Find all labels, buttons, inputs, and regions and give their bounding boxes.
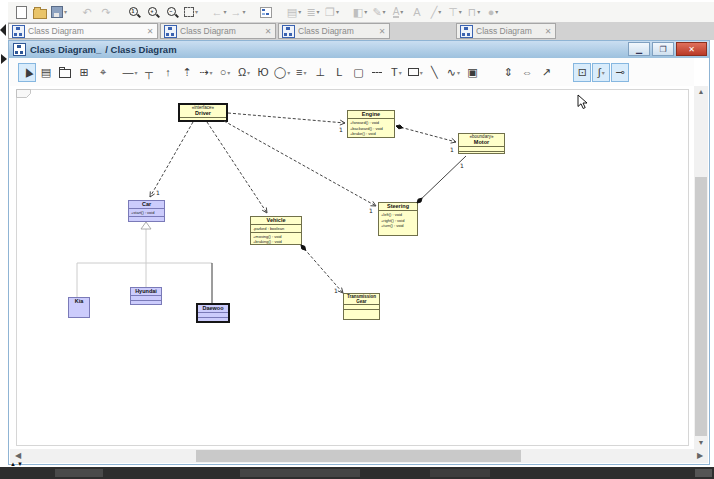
grid-toggle[interactable]: ⊡ xyxy=(573,63,591,82)
horizontal-scroll-thumb[interactable] xyxy=(196,450,521,462)
dropdown-arrow-icon[interactable]: ▾ xyxy=(227,69,230,76)
object-tool[interactable]: ○▾ xyxy=(216,63,234,82)
dropdown-arrow-icon[interactable]: ▾ xyxy=(223,9,226,15)
generalization-tool[interactable]: ↑ xyxy=(159,63,177,82)
tab-class-diagram-3[interactable]: Class Diagram✕ xyxy=(278,23,390,39)
restore-button[interactable]: ❐ xyxy=(652,42,674,56)
association-tool[interactable]: —▾ xyxy=(121,63,139,82)
collaboration-tool[interactable]: Ω▾ xyxy=(235,63,253,82)
scroll-up-icon[interactable]: ▲ xyxy=(694,86,708,98)
dropdown-arrow-icon[interactable]: ▾ xyxy=(64,9,67,15)
port-tool[interactable]: ⌖ xyxy=(94,63,112,82)
dependency-tool[interactable]: ⇢▾ xyxy=(197,63,215,82)
tab-class-diagram-1[interactable]: Class Diagram✕ xyxy=(8,23,158,39)
dropdown-arrow-icon[interactable]: ▾ xyxy=(336,9,339,15)
dropdown-arrow-icon[interactable]: ▾ xyxy=(495,9,498,15)
tab-close-icon[interactable]: ✕ xyxy=(264,27,272,36)
model-tool[interactable]: ⊞ xyxy=(75,63,93,82)
scroll-down-icon[interactable]: ▼ xyxy=(694,437,708,449)
uml-class-kia[interactable]: Kia xyxy=(68,297,90,318)
dropdown-arrow-icon[interactable]: ▾ xyxy=(602,69,605,76)
dropdown-arrow-icon[interactable]: ▾ xyxy=(399,69,402,76)
curve-tool[interactable]: ∿▾ xyxy=(444,63,462,82)
uml-class-motor[interactable]: «boundary»Motor xyxy=(458,133,505,154)
package-tool[interactable] xyxy=(56,63,74,82)
collapse-left-icon[interactable] xyxy=(0,24,6,36)
tab-close-icon[interactable]: ✕ xyxy=(378,27,386,36)
frame-tool[interactable]: ≡▾ xyxy=(292,63,310,82)
align-horizontal-tool[interactable]: ⇔ xyxy=(518,63,536,82)
tab-close-icon[interactable]: ✕ xyxy=(146,27,154,36)
uml-class-daewoo[interactable]: Daewoo xyxy=(196,303,230,323)
taskbar-item[interactable] xyxy=(430,469,490,477)
close-button[interactable]: ✕ xyxy=(676,42,707,56)
dropdown-arrow-icon[interactable]: ▾ xyxy=(134,69,137,76)
uml-class-hyundai[interactable]: Hyundai xyxy=(130,287,162,305)
dropdown-arrow-icon[interactable]: ▾ xyxy=(317,9,320,15)
dropdown-arrow-icon[interactable]: ▾ xyxy=(287,69,290,76)
uml-class-engine[interactable]: Engine+forward() : void+backward() : voi… xyxy=(347,110,395,138)
dropdown-arrow-icon[interactable]: ▾ xyxy=(477,9,480,15)
rectangle-tool[interactable]: ▾ xyxy=(406,63,424,82)
vertical-scroll-thumb[interactable] xyxy=(695,177,707,436)
dropdown-arrow-icon[interactable]: ▾ xyxy=(457,69,460,76)
open-button[interactable] xyxy=(31,3,49,21)
diagram-map-button[interactable] xyxy=(257,3,275,21)
align-vertical-tool[interactable]: ⇕ xyxy=(499,63,517,82)
uml-class-steering[interactable]: Steering+left() : void+right() : void+tu… xyxy=(378,202,418,236)
snap-toggle[interactable]: ⊸ xyxy=(611,63,629,82)
zoom-actual-button[interactable]: 1 xyxy=(125,3,143,21)
tab-class-diagram-2[interactable]: Class Diagram✕ xyxy=(160,23,276,39)
taskbar-item[interactable] xyxy=(240,469,360,477)
taskbar-item[interactable] xyxy=(695,469,712,477)
line-tool[interactable]: ╲ xyxy=(425,63,443,82)
scroll-right-icon[interactable]: ▶ xyxy=(694,449,706,463)
zoom-out-button[interactable]: − xyxy=(163,3,181,21)
arrow-right-icon: → xyxy=(230,7,241,18)
dropdown-arrow-icon[interactable]: ▾ xyxy=(438,9,441,15)
dropdown-arrow-icon[interactable]: ▾ xyxy=(420,69,423,76)
dashed-line-tool[interactable] xyxy=(368,63,386,82)
dropdown-arrow-icon[interactable]: ▾ xyxy=(210,69,213,76)
dropdown-arrow-icon[interactable]: ▾ xyxy=(400,9,403,15)
circle-tool[interactable]: ◯▾ xyxy=(273,63,291,82)
perpendicular-tool[interactable]: ⊥ xyxy=(311,63,329,82)
dropdown-arrow-icon[interactable]: ▾ xyxy=(459,9,462,15)
route-toggle[interactable]: ∫▾ xyxy=(592,63,610,82)
dropdown-arrow-icon[interactable]: ▾ xyxy=(383,9,386,15)
realization-tool[interactable]: ⇡ xyxy=(178,63,196,82)
dropdown-arrow-icon[interactable]: ▾ xyxy=(242,9,245,15)
select-tool[interactable]: ▶ xyxy=(18,63,36,82)
dropdown-arrow-icon[interactable]: ▾ xyxy=(304,69,307,76)
uml-class-driver[interactable]: «interface»Driver xyxy=(178,103,228,122)
tab-close-icon[interactable]: ✕ xyxy=(544,27,552,36)
class-tool[interactable]: ▤ xyxy=(37,63,55,82)
dropdown-arrow-icon[interactable]: ▾ xyxy=(298,9,301,15)
zoom-fit-button[interactable]: ▾ xyxy=(182,3,200,21)
new-file-button[interactable] xyxy=(12,3,30,21)
window-titlebar[interactable]: Class Diagram_ / Class Diagram ▁ ❐ ✕ xyxy=(9,41,709,58)
text-tool[interactable]: T▾ xyxy=(387,63,405,82)
os-taskbar[interactable] xyxy=(0,467,714,479)
diagram-canvas[interactable] xyxy=(10,86,694,449)
taskbar-item[interactable] xyxy=(55,469,103,477)
horizontal-scrollbar[interactable]: ◀ ▶ xyxy=(10,449,708,463)
corner-tool[interactable]: L xyxy=(330,63,348,82)
dropdown-arrow-icon[interactable]: ▾ xyxy=(195,9,198,15)
note-tool[interactable]: ▢ xyxy=(349,63,367,82)
zoom-in-button[interactable]: + xyxy=(144,3,162,21)
interface-tool[interactable]: Ю xyxy=(254,63,272,82)
uml-class-car[interactable]: Car+start() : void xyxy=(128,200,165,222)
vertical-scrollbar[interactable]: ▲ ▼ xyxy=(694,86,708,449)
save-button[interactable]: ▾ xyxy=(50,3,68,21)
tab-class-diagram-4[interactable]: Class Diagram✕ xyxy=(456,23,556,39)
image-tool[interactable]: ▣ xyxy=(463,63,481,82)
uml-class-transmissiongear[interactable]: TransmissionGear xyxy=(343,293,380,320)
expand-right-icon[interactable] xyxy=(1,54,7,64)
pointer-jump-tool[interactable]: ↗ xyxy=(537,63,555,82)
uml-class-vehicle[interactable]: Vehicle-parked : boolean+moving() : void… xyxy=(250,216,302,245)
dropdown-arrow-icon[interactable]: ▾ xyxy=(247,69,250,76)
minimize-button[interactable]: ▁ xyxy=(628,42,650,56)
dropdown-arrow-icon[interactable]: ▾ xyxy=(364,9,367,15)
association-class-tool[interactable]: ┬ xyxy=(140,63,158,82)
